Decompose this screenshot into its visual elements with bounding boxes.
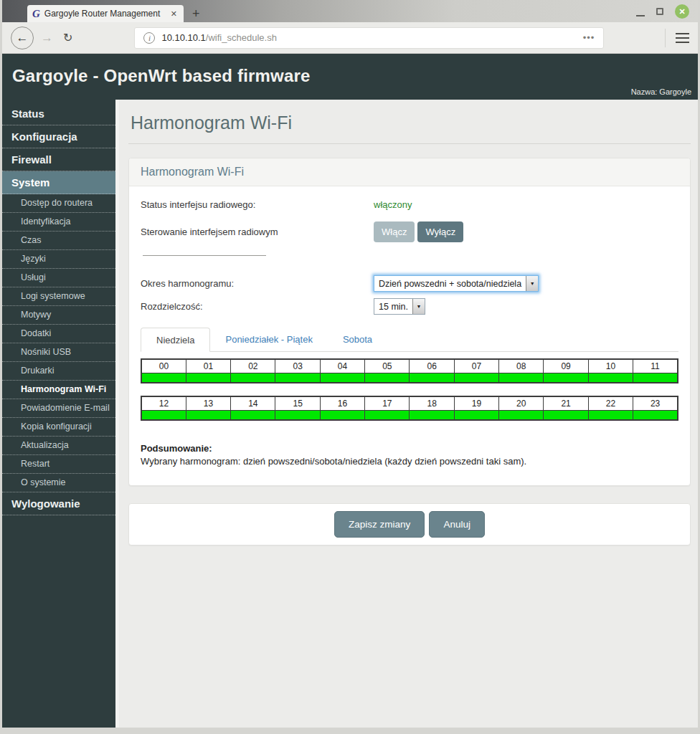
hour-header-cell[interactable]: 19 (454, 396, 498, 410)
sidebar-item-aktualizacja[interactable]: Aktualizacja (2, 437, 115, 455)
sidebar-item-konfiguracja[interactable]: Konfiguracja (2, 125, 115, 148)
forward-button[interactable]: → (41, 31, 53, 45)
hour-header-cell[interactable]: 07 (454, 359, 498, 373)
sidebar-item-system[interactable]: System (2, 171, 115, 194)
close-button[interactable]: ✕ (675, 4, 689, 19)
hour-header-cell[interactable]: 10 (588, 359, 633, 373)
schedule-cell[interactable] (141, 373, 186, 383)
schedule-cell[interactable] (186, 410, 230, 420)
schedule-cell[interactable] (410, 410, 454, 420)
schedule-cell[interactable] (588, 373, 633, 383)
hour-header-cell[interactable]: 12 (141, 396, 186, 410)
reload-button[interactable]: ↻ (63, 31, 72, 44)
radio-status-value: włączony (374, 199, 412, 210)
hour-header-cell[interactable]: 01 (186, 359, 230, 373)
schedule-cell[interactable] (454, 373, 498, 383)
radio-status-label: Status interfejsu radiowego: (141, 199, 374, 210)
schedule-cell[interactable] (499, 410, 544, 420)
page-actions-icon[interactable]: ••• (583, 32, 595, 43)
hour-header-cell[interactable]: 16 (320, 396, 364, 410)
hour-header-cell[interactable]: 06 (410, 359, 454, 373)
tab-niedziela[interactable]: Niedziela (141, 328, 210, 352)
browser-tab[interactable]: G Gargoyle Router Management ✕ (27, 5, 184, 22)
schedule-cell[interactable] (544, 373, 588, 383)
router-name: Nazwa: Gargoyle (631, 87, 691, 96)
schedule-cell[interactable] (633, 410, 678, 420)
schedule-cell[interactable] (588, 410, 633, 420)
hour-header-cell[interactable]: 18 (410, 396, 454, 410)
hour-header-cell[interactable]: 09 (544, 359, 588, 373)
sidebar-item-harmonogram-wi-fi[interactable]: Harmonogram Wi-Fi (2, 381, 115, 399)
cancel-button[interactable]: Anuluj (429, 511, 485, 538)
hour-header-cell[interactable]: 14 (231, 396, 275, 410)
hour-header-cell[interactable]: 05 (365, 359, 410, 373)
hour-header-cell[interactable]: 22 (588, 396, 633, 410)
hour-header-cell[interactable]: 17 (365, 396, 410, 410)
hour-header-cell[interactable]: 11 (633, 359, 678, 373)
sidebar-item-dodatki[interactable]: Dodatki (2, 325, 115, 343)
hour-header-cell[interactable]: 23 (633, 396, 678, 410)
hour-header-cell[interactable]: 13 (186, 396, 230, 410)
sidebar-item-kopia-konfiguracji[interactable]: Kopia konfiguracji (2, 418, 115, 437)
save-button[interactable]: Zapisz zmiany (334, 511, 425, 538)
schedule-cell[interactable] (410, 373, 454, 383)
tab-close-icon[interactable]: ✕ (169, 9, 179, 19)
sidebar-item-logi-systemowe[interactable]: Logi systemowe (2, 287, 115, 306)
radio-control-row: Sterowanie interfejsem radiowym WłączWył… (141, 221, 678, 242)
page-title: Harmonogram Wi-Fi (131, 113, 691, 133)
schedule-cell[interactable] (454, 410, 498, 420)
schedule-cell[interactable] (544, 410, 588, 420)
enable-radio-button[interactable]: Włącz (374, 221, 415, 242)
sidebar-item-usługi[interactable]: Usługi (2, 269, 115, 287)
hour-header-cell[interactable]: 21 (544, 396, 588, 410)
sidebar-item-status[interactable]: Status (2, 103, 115, 125)
schedule-cell[interactable] (320, 373, 364, 383)
hour-header-cell[interactable]: 20 (499, 396, 544, 410)
hour-header-cell[interactable]: 08 (499, 359, 544, 373)
schedule-cell[interactable] (275, 373, 320, 383)
tab-poniedziałek-piątek[interactable]: Poniedziałek - Piątek (210, 328, 327, 352)
schedule-cell[interactable] (499, 373, 544, 383)
schedule-period-select[interactable]: Dzień powszedni + sobota/niedziela ▼ (374, 275, 539, 292)
sidebar-item-drukarki[interactable]: Drukarki (2, 362, 115, 381)
sidebar-item-firewall[interactable]: Firewall (2, 148, 115, 171)
sidebar-item-motywy[interactable]: Motywy (2, 306, 115, 325)
resolution-select[interactable]: 15 min. ▼ (374, 298, 425, 315)
tab-sobota[interactable]: Sobota (328, 328, 387, 352)
schedule-cell[interactable] (365, 410, 410, 420)
sidebar-item-restart[interactable]: Restart (2, 455, 115, 474)
hour-header-cell[interactable]: 15 (275, 396, 320, 410)
sidebar-item-wylogowanie[interactable]: Wylogowanie (2, 492, 115, 515)
url-bar[interactable]: i 10.10.10.1/wifi_schedule.sh ••• (134, 27, 604, 49)
sidebar-item-nośniki-usb[interactable]: Nośniki USB (2, 343, 115, 362)
schedule-cell[interactable] (186, 373, 230, 383)
hour-header-cell[interactable]: 03 (275, 359, 320, 373)
sidebar-item-identyfikacja[interactable]: Identyfikacja (2, 213, 115, 232)
schedule-period-row: Okres harmonogramu: Dzień powszedni + so… (141, 275, 678, 292)
minimize-button[interactable] (636, 6, 645, 16)
sidebar-item-dostęp-do-routera[interactable]: Dostęp do routera (2, 194, 115, 213)
site-info-icon[interactable]: i (143, 32, 155, 44)
sidebar-item-języki[interactable]: Języki (2, 250, 115, 269)
sidebar-item-o-systemie[interactable]: O systemie (2, 474, 115, 492)
hour-header-cell[interactable]: 04 (320, 359, 364, 373)
schedule-cell[interactable] (320, 410, 364, 420)
radio-control-buttons: WłączWyłącz (374, 221, 463, 242)
schedule-cell[interactable] (633, 373, 678, 383)
sidebar-item-czas[interactable]: Czas (2, 232, 115, 250)
schedule-cell[interactable] (365, 373, 410, 383)
schedule-cell[interactable] (231, 410, 275, 420)
hour-header-cell[interactable]: 00 (141, 359, 186, 373)
disable-radio-button[interactable]: Wyłącz (417, 221, 463, 242)
sidebar-item-powiadomienie-e-mail[interactable]: Powiadomienie E-mail (2, 399, 115, 418)
schedule-cell[interactable] (141, 410, 186, 420)
schedule-cell[interactable] (275, 410, 320, 420)
back-button[interactable]: ← (11, 27, 34, 49)
restore-button[interactable] (656, 8, 663, 15)
menu-button[interactable] (676, 33, 689, 43)
site-header: Gargoyle - OpenWrt based firmware Nazwa:… (2, 54, 698, 100)
schedule-cell[interactable] (231, 373, 275, 383)
tab-title: Gargoyle Router Management (44, 9, 165, 19)
hour-header-cell[interactable]: 02 (231, 359, 275, 373)
new-tab-button[interactable]: + (192, 6, 200, 22)
